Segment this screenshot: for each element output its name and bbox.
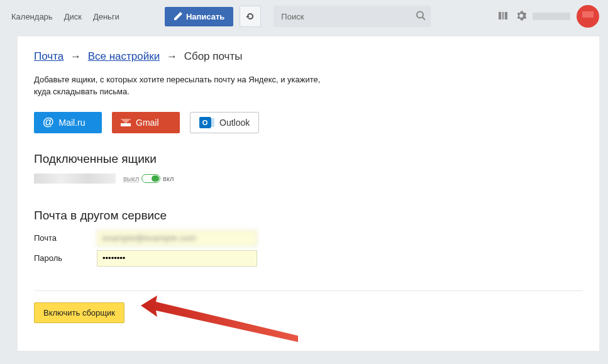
gear-icon[interactable] bbox=[516, 11, 526, 23]
other-service-title: Почта в другом сервисе bbox=[34, 209, 583, 223]
provider-outlook-button[interactable]: O Outlook bbox=[190, 112, 259, 133]
link-money[interactable]: Деньги bbox=[91, 9, 122, 24]
svg-line-1 bbox=[423, 18, 425, 20]
breadcrumb-mail[interactable]: Почта bbox=[34, 50, 64, 62]
themes-icon[interactable] bbox=[499, 11, 510, 23]
provider-buttons: @ Mail.ru Gmail O Outlook bbox=[34, 112, 583, 133]
refresh-button[interactable] bbox=[240, 6, 261, 27]
breadcrumb-settings[interactable]: Все настройки bbox=[88, 50, 160, 62]
toggle-knob bbox=[152, 175, 159, 182]
refresh-icon bbox=[245, 11, 255, 21]
password-row: Пароль bbox=[34, 250, 583, 267]
email-field[interactable] bbox=[97, 230, 257, 246]
provider-gmail-button[interactable]: Gmail bbox=[112, 112, 180, 133]
divider bbox=[34, 290, 583, 291]
provider-label: Gmail bbox=[136, 118, 159, 128]
connected-title: Подключенные ящики bbox=[34, 152, 583, 166]
breadcrumb: Почта → Все настройки → Сбор почты bbox=[34, 50, 583, 63]
password-label: Пароль bbox=[34, 253, 97, 263]
search-icon[interactable] bbox=[416, 11, 426, 23]
compose-button[interactable]: Написать bbox=[165, 7, 233, 26]
svg-marker-5 bbox=[141, 295, 298, 342]
svg-rect-3 bbox=[502, 12, 504, 19]
other-service-section: Почта в другом сервисе Почта Пароль bbox=[34, 209, 583, 267]
toggle-on-label: вкл bbox=[163, 175, 174, 182]
gmail-icon bbox=[121, 119, 131, 126]
toggle-switch[interactable] bbox=[141, 174, 160, 183]
breadcrumb-current: Сбор почты bbox=[184, 50, 243, 62]
top-header: Календарь Диск Деньги Написать bbox=[0, 0, 608, 33]
breadcrumb-sep: → bbox=[167, 50, 177, 62]
toggle-wrap: выкл вкл bbox=[123, 174, 174, 183]
svg-rect-2 bbox=[499, 12, 501, 19]
provider-label: Outlook bbox=[219, 118, 250, 128]
breadcrumb-sep: → bbox=[70, 50, 81, 62]
username-placeholder bbox=[533, 13, 570, 20]
link-calendar[interactable]: Календарь bbox=[9, 9, 55, 24]
provider-mailru-button[interactable]: @ Mail.ru bbox=[34, 112, 102, 133]
compose-label: Написать bbox=[186, 12, 224, 21]
search-box bbox=[274, 6, 431, 27]
email-row: Почта bbox=[34, 230, 583, 246]
provider-label: Mail.ru bbox=[59, 118, 86, 128]
search-input[interactable] bbox=[274, 6, 431, 27]
header-right bbox=[499, 5, 599, 28]
link-disk[interactable]: Диск bbox=[62, 9, 84, 24]
description: Добавьте ящики, с которых хотите пересыл… bbox=[34, 74, 348, 98]
svg-point-0 bbox=[417, 12, 423, 18]
enable-collector-button[interactable]: Включить сборщик bbox=[34, 302, 124, 323]
password-field[interactable] bbox=[97, 250, 257, 267]
toggle-off-label[interactable]: выкл bbox=[123, 175, 139, 182]
compose-icon bbox=[174, 12, 182, 21]
avatar[interactable] bbox=[577, 5, 599, 28]
main-panel: Почта → Все настройки → Сбор почты Добав… bbox=[18, 36, 599, 351]
svg-rect-4 bbox=[505, 12, 507, 19]
connected-email-blurred bbox=[34, 174, 116, 184]
connected-account-row: выкл вкл bbox=[34, 174, 583, 184]
annotation-arrow bbox=[141, 287, 304, 343]
outlook-icon: O bbox=[199, 117, 214, 128]
email-label: Почта bbox=[34, 233, 97, 243]
mailru-icon: @ bbox=[43, 116, 54, 129]
